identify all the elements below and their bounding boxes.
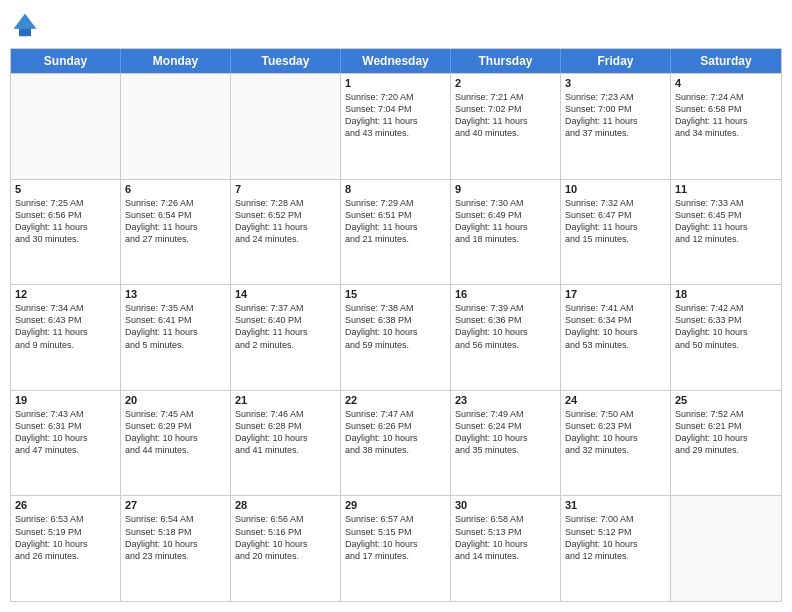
day-info: Sunrise: 6:54 AM Sunset: 5:18 PM Dayligh… xyxy=(125,513,226,562)
day-info: Sunrise: 6:56 AM Sunset: 5:16 PM Dayligh… xyxy=(235,513,336,562)
weekday-header: Monday xyxy=(121,49,231,73)
day-number: 20 xyxy=(125,394,226,406)
calendar-cell: 23Sunrise: 7:49 AM Sunset: 6:24 PM Dayli… xyxy=(451,391,561,496)
day-info: Sunrise: 7:00 AM Sunset: 5:12 PM Dayligh… xyxy=(565,513,666,562)
day-number: 17 xyxy=(565,288,666,300)
day-info: Sunrise: 7:43 AM Sunset: 6:31 PM Dayligh… xyxy=(15,408,116,457)
calendar-cell: 29Sunrise: 6:57 AM Sunset: 5:15 PM Dayli… xyxy=(341,496,451,601)
calendar-row: 12Sunrise: 7:34 AM Sunset: 6:43 PM Dayli… xyxy=(11,284,781,390)
day-info: Sunrise: 7:46 AM Sunset: 6:28 PM Dayligh… xyxy=(235,408,336,457)
calendar-cell: 22Sunrise: 7:47 AM Sunset: 6:26 PM Dayli… xyxy=(341,391,451,496)
calendar: SundayMondayTuesdayWednesdayThursdayFrid… xyxy=(10,48,782,602)
calendar-cell: 31Sunrise: 7:00 AM Sunset: 5:12 PM Dayli… xyxy=(561,496,671,601)
day-info: Sunrise: 7:39 AM Sunset: 6:36 PM Dayligh… xyxy=(455,302,556,351)
day-number: 24 xyxy=(565,394,666,406)
day-number: 25 xyxy=(675,394,777,406)
day-info: Sunrise: 7:30 AM Sunset: 6:49 PM Dayligh… xyxy=(455,197,556,246)
day-info: Sunrise: 6:58 AM Sunset: 5:13 PM Dayligh… xyxy=(455,513,556,562)
calendar-cell: 28Sunrise: 6:56 AM Sunset: 5:16 PM Dayli… xyxy=(231,496,341,601)
logo xyxy=(10,10,42,40)
day-number: 14 xyxy=(235,288,336,300)
calendar-cell: 30Sunrise: 6:58 AM Sunset: 5:13 PM Dayli… xyxy=(451,496,561,601)
calendar-cell: 26Sunrise: 6:53 AM Sunset: 5:19 PM Dayli… xyxy=(11,496,121,601)
logo-icon xyxy=(10,10,40,40)
calendar-cell: 19Sunrise: 7:43 AM Sunset: 6:31 PM Dayli… xyxy=(11,391,121,496)
calendar-cell: 10Sunrise: 7:32 AM Sunset: 6:47 PM Dayli… xyxy=(561,180,671,285)
day-number: 3 xyxy=(565,77,666,89)
day-info: Sunrise: 7:34 AM Sunset: 6:43 PM Dayligh… xyxy=(15,302,116,351)
page: SundayMondayTuesdayWednesdayThursdayFrid… xyxy=(0,0,792,612)
weekday-header: Sunday xyxy=(11,49,121,73)
calendar-cell: 8Sunrise: 7:29 AM Sunset: 6:51 PM Daylig… xyxy=(341,180,451,285)
calendar-cell xyxy=(11,74,121,179)
calendar-cell: 21Sunrise: 7:46 AM Sunset: 6:28 PM Dayli… xyxy=(231,391,341,496)
calendar-cell: 13Sunrise: 7:35 AM Sunset: 6:41 PM Dayli… xyxy=(121,285,231,390)
day-number: 21 xyxy=(235,394,336,406)
header xyxy=(10,10,782,40)
day-info: Sunrise: 7:38 AM Sunset: 6:38 PM Dayligh… xyxy=(345,302,446,351)
day-number: 6 xyxy=(125,183,226,195)
calendar-cell xyxy=(121,74,231,179)
calendar-cell: 5Sunrise: 7:25 AM Sunset: 6:56 PM Daylig… xyxy=(11,180,121,285)
day-info: Sunrise: 7:52 AM Sunset: 6:21 PM Dayligh… xyxy=(675,408,777,457)
day-number: 29 xyxy=(345,499,446,511)
day-number: 5 xyxy=(15,183,116,195)
day-number: 13 xyxy=(125,288,226,300)
weekday-header: Tuesday xyxy=(231,49,341,73)
day-number: 12 xyxy=(15,288,116,300)
day-number: 4 xyxy=(675,77,777,89)
day-info: Sunrise: 6:53 AM Sunset: 5:19 PM Dayligh… xyxy=(15,513,116,562)
calendar-body: 1Sunrise: 7:20 AM Sunset: 7:04 PM Daylig… xyxy=(11,73,781,601)
day-number: 28 xyxy=(235,499,336,511)
calendar-cell: 1Sunrise: 7:20 AM Sunset: 7:04 PM Daylig… xyxy=(341,74,451,179)
calendar-cell: 12Sunrise: 7:34 AM Sunset: 6:43 PM Dayli… xyxy=(11,285,121,390)
day-info: Sunrise: 7:33 AM Sunset: 6:45 PM Dayligh… xyxy=(675,197,777,246)
weekday-header: Thursday xyxy=(451,49,561,73)
day-number: 27 xyxy=(125,499,226,511)
day-number: 16 xyxy=(455,288,556,300)
day-info: Sunrise: 7:41 AM Sunset: 6:34 PM Dayligh… xyxy=(565,302,666,351)
calendar-cell: 14Sunrise: 7:37 AM Sunset: 6:40 PM Dayli… xyxy=(231,285,341,390)
calendar-cell: 6Sunrise: 7:26 AM Sunset: 6:54 PM Daylig… xyxy=(121,180,231,285)
day-number: 7 xyxy=(235,183,336,195)
calendar-header: SundayMondayTuesdayWednesdayThursdayFrid… xyxy=(11,49,781,73)
calendar-cell xyxy=(231,74,341,179)
calendar-cell: 3Sunrise: 7:23 AM Sunset: 7:00 PM Daylig… xyxy=(561,74,671,179)
calendar-cell: 24Sunrise: 7:50 AM Sunset: 6:23 PM Dayli… xyxy=(561,391,671,496)
calendar-row: 5Sunrise: 7:25 AM Sunset: 6:56 PM Daylig… xyxy=(11,179,781,285)
day-number: 23 xyxy=(455,394,556,406)
day-info: Sunrise: 6:57 AM Sunset: 5:15 PM Dayligh… xyxy=(345,513,446,562)
day-number: 31 xyxy=(565,499,666,511)
day-info: Sunrise: 7:42 AM Sunset: 6:33 PM Dayligh… xyxy=(675,302,777,351)
day-number: 26 xyxy=(15,499,116,511)
day-info: Sunrise: 7:45 AM Sunset: 6:29 PM Dayligh… xyxy=(125,408,226,457)
calendar-cell: 4Sunrise: 7:24 AM Sunset: 6:58 PM Daylig… xyxy=(671,74,781,179)
day-number: 10 xyxy=(565,183,666,195)
calendar-row: 19Sunrise: 7:43 AM Sunset: 6:31 PM Dayli… xyxy=(11,390,781,496)
day-info: Sunrise: 7:47 AM Sunset: 6:26 PM Dayligh… xyxy=(345,408,446,457)
calendar-row: 1Sunrise: 7:20 AM Sunset: 7:04 PM Daylig… xyxy=(11,73,781,179)
svg-marker-2 xyxy=(14,14,37,29)
day-number: 30 xyxy=(455,499,556,511)
calendar-cell xyxy=(671,496,781,601)
day-info: Sunrise: 7:37 AM Sunset: 6:40 PM Dayligh… xyxy=(235,302,336,351)
calendar-cell: 15Sunrise: 7:38 AM Sunset: 6:38 PM Dayli… xyxy=(341,285,451,390)
day-info: Sunrise: 7:50 AM Sunset: 6:23 PM Dayligh… xyxy=(565,408,666,457)
day-info: Sunrise: 7:28 AM Sunset: 6:52 PM Dayligh… xyxy=(235,197,336,246)
day-info: Sunrise: 7:49 AM Sunset: 6:24 PM Dayligh… xyxy=(455,408,556,457)
day-number: 2 xyxy=(455,77,556,89)
day-number: 19 xyxy=(15,394,116,406)
calendar-cell: 16Sunrise: 7:39 AM Sunset: 6:36 PM Dayli… xyxy=(451,285,561,390)
calendar-cell: 18Sunrise: 7:42 AM Sunset: 6:33 PM Dayli… xyxy=(671,285,781,390)
weekday-header: Wednesday xyxy=(341,49,451,73)
day-number: 1 xyxy=(345,77,446,89)
day-info: Sunrise: 7:23 AM Sunset: 7:00 PM Dayligh… xyxy=(565,91,666,140)
calendar-cell: 9Sunrise: 7:30 AM Sunset: 6:49 PM Daylig… xyxy=(451,180,561,285)
calendar-cell: 11Sunrise: 7:33 AM Sunset: 6:45 PM Dayli… xyxy=(671,180,781,285)
day-number: 18 xyxy=(675,288,777,300)
day-number: 9 xyxy=(455,183,556,195)
calendar-cell: 17Sunrise: 7:41 AM Sunset: 6:34 PM Dayli… xyxy=(561,285,671,390)
day-number: 22 xyxy=(345,394,446,406)
day-info: Sunrise: 7:35 AM Sunset: 6:41 PM Dayligh… xyxy=(125,302,226,351)
calendar-cell: 27Sunrise: 6:54 AM Sunset: 5:18 PM Dayli… xyxy=(121,496,231,601)
